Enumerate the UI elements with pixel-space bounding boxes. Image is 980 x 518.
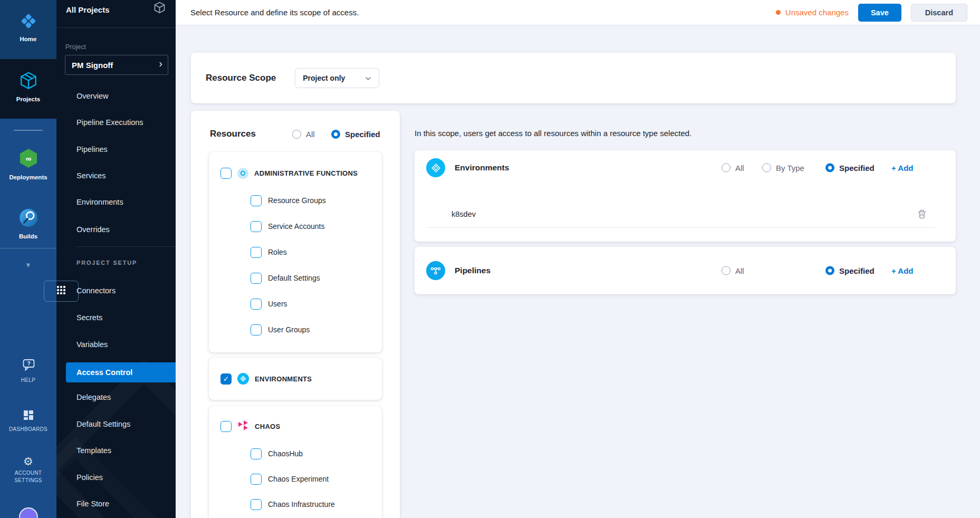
module-grid-button[interactable] — [44, 281, 79, 302]
save-button[interactable]: Save — [858, 4, 901, 22]
checkbox-user-groups[interactable] — [251, 324, 262, 335]
sidebar-item-variables[interactable]: Variables — [76, 340, 108, 349]
sidebar-item-policies[interactable]: Policies — [76, 473, 103, 482]
sidebar-item-overrides[interactable]: Overrides — [76, 225, 110, 234]
home-icon — [19, 12, 38, 33]
sidebar-item-pipelines[interactable]: Pipelines — [76, 145, 108, 154]
group-card-environments: ✓ ENVIRONMENTS — [209, 358, 382, 400]
checkbox-roles[interactable] — [251, 247, 262, 258]
nav-deployments[interactable]: ∞ Deployments — [0, 148, 56, 180]
builds-icon — [18, 208, 39, 230]
sub-item-label: Users — [268, 300, 287, 308]
rail-collapse-chevron[interactable]: ▼ — [0, 248, 56, 281]
sidebar-item-access-control[interactable]: Access Control — [66, 362, 176, 382]
radio-label: All — [735, 266, 744, 275]
radio-label: By Type — [776, 164, 804, 172]
nav-home-label: Home — [20, 36, 37, 42]
project-name: PM Signoff — [72, 61, 113, 70]
project-cube-icon[interactable] — [153, 1, 166, 16]
checkbox-resource-groups[interactable] — [251, 195, 262, 206]
discard-button[interactable]: Discard — [911, 4, 967, 22]
trash-icon[interactable] — [917, 209, 927, 219]
checkbox-chaoshub[interactable] — [251, 448, 262, 459]
chevron-right-icon: › — [159, 57, 162, 70]
group-head-chaos: CHAOS — [220, 419, 377, 434]
group-label: ADMINISTRATIVE FUNCTIONS — [254, 169, 358, 177]
sidebar-item-delegates[interactable]: Delegates — [76, 393, 111, 401]
environments-radio-by-type[interactable]: By Type — [762, 164, 804, 172]
svg-text:∞: ∞ — [25, 154, 31, 163]
administrative-functions-icon — [237, 168, 248, 179]
sub-item-users: Users — [251, 296, 287, 311]
sidebar-item-services[interactable]: Services — [76, 171, 106, 180]
topbar: Select Resource and define its scope of … — [176, 0, 980, 25]
sidebar-item-connectors[interactable]: Connectors — [76, 286, 116, 295]
sidebar-item-templates[interactable]: Templates — [76, 446, 111, 455]
radio-unselected-icon — [762, 164, 771, 172]
group-card-administrative-functions: ADMINISTRATIVE FUNCTIONS Resource Groups… — [209, 152, 382, 352]
checkbox-users[interactable] — [251, 299, 262, 310]
sub-item-resource-groups: Resource Groups — [251, 193, 326, 208]
sub-item-service-accounts: Service Accounts — [251, 219, 324, 234]
user-avatar[interactable] — [19, 507, 38, 518]
radio-label: Specified — [839, 266, 875, 275]
environments-radio-all[interactable]: All — [722, 164, 744, 172]
nav-projects[interactable]: Projects — [0, 71, 56, 102]
radio-label: All — [735, 164, 744, 172]
pipelines-add-button[interactable]: + Add — [891, 266, 914, 275]
radio-unselected-icon — [292, 130, 301, 139]
sidebar-item-pipeline-executions[interactable]: Pipeline Executions — [76, 118, 143, 127]
unsaved-dot-icon — [776, 10, 781, 15]
scope-dropdown[interactable]: Project only — [295, 68, 379, 88]
radio-selected-icon — [825, 266, 834, 275]
nav-home[interactable]: Home — [0, 12, 56, 42]
nav-account-settings[interactable]: ⚙ ACCOUNT SETTINGS — [0, 456, 56, 484]
sub-item-roles: Roles — [251, 245, 287, 260]
sidebar-section-divider — [76, 246, 176, 247]
sidebar-item-overview[interactable]: Overview — [76, 92, 108, 100]
sub-item-chaos-experiment: Chaos Experiment — [251, 472, 329, 486]
nav-builds-label: Builds — [19, 233, 37, 239]
sub-item-label: Roles — [268, 248, 287, 256]
checkbox-service-accounts[interactable] — [251, 221, 262, 232]
nav-help[interactable]: ? HELP — [0, 359, 56, 384]
sidebar-item-environments[interactable]: Environments — [76, 198, 123, 206]
nav-builds[interactable]: Builds — [0, 208, 56, 239]
environments-radio-specified[interactable]: Specified — [825, 164, 875, 172]
resources-radio-all[interactable]: All — [292, 130, 315, 139]
sidebar-item-file-store[interactable]: File Store — [76, 500, 109, 508]
nav-projects-label: Projects — [16, 96, 40, 102]
sidebar-item-default-settings[interactable]: Default Settings — [76, 420, 130, 428]
project-selector[interactable]: PM Signoff › — [65, 55, 168, 75]
page-title: Select Resource and define its scope of … — [190, 0, 359, 25]
radio-label: Specified — [839, 164, 875, 172]
checkbox-chaos-infrastructure[interactable] — [251, 499, 262, 510]
pipelines-radio-specified[interactable]: Specified — [825, 266, 875, 275]
checkbox-environments[interactable]: ✓ — [220, 373, 232, 385]
nav-help-label: HELP — [6, 377, 51, 384]
chaos-icon — [237, 420, 249, 433]
checkbox-chaos-experiment[interactable] — [251, 474, 262, 485]
radio-unselected-icon — [722, 164, 731, 172]
environment-item-row: k8sdev — [426, 200, 935, 228]
pipelines-scope-card: Pipelines All Specified + Add — [415, 247, 956, 294]
checkbox-administrative-functions[interactable] — [220, 168, 232, 179]
sidebar-item-secrets[interactable]: Secrets — [76, 313, 102, 322]
environments-add-button[interactable]: + Add — [891, 164, 914, 172]
resources-radio-specified[interactable]: Specified — [331, 130, 380, 139]
project-label: Project — [65, 43, 86, 51]
environments-icon — [426, 158, 445, 177]
sub-item-chaos-infrastructure: Chaos Infrastructure — [251, 497, 335, 512]
checkbox-default-settings[interactable] — [251, 273, 262, 284]
gear-icon: ⚙ — [23, 456, 33, 467]
project-sidebar: All Projects Project PM Signoff › Overvi… — [56, 0, 176, 518]
sub-item-label: Resource Groups — [268, 196, 326, 205]
scope-description: In this scope, users get access to all r… — [415, 129, 691, 138]
nav-dashboards-label: DASHBOARDS — [6, 426, 51, 433]
radio-selected-icon — [331, 130, 340, 139]
checkbox-chaos[interactable] — [220, 421, 232, 432]
all-projects-link[interactable]: All Projects — [66, 5, 110, 14]
rail-divider — [14, 130, 43, 131]
nav-dashboards[interactable]: DASHBOARDS — [0, 409, 56, 433]
pipelines-radio-all[interactable]: All — [722, 266, 744, 275]
